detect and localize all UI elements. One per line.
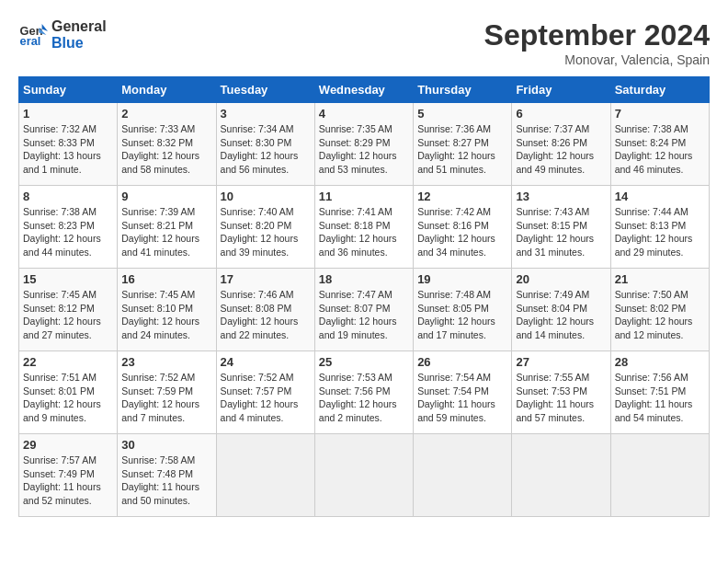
day-number: 11: [319, 190, 409, 203]
logo-icon: Gen eral: [18, 20, 48, 50]
location-subtitle: Monovar, Valencia, Spain: [484, 52, 710, 67]
day-number: 6: [516, 107, 606, 121]
day-info: Sunrise: 7:43 AM Sunset: 8:15 PM Dayligh…: [516, 205, 606, 259]
calendar-day-cell: 22Sunrise: 7:51 AM Sunset: 8:01 PM Dayli…: [19, 351, 118, 434]
day-info: Sunrise: 7:34 AM Sunset: 8:30 PM Dayligh…: [221, 122, 311, 177]
weekday-header: Wednesday: [314, 77, 413, 103]
day-number: 19: [417, 272, 507, 286]
calendar-day-cell: 1Sunrise: 7:32 AM Sunset: 8:33 PM Daylig…: [19, 103, 118, 186]
day-number: 25: [319, 355, 409, 369]
day-info: Sunrise: 7:45 AM Sunset: 8:10 PM Dayligh…: [121, 288, 211, 342]
svg-text:eral: eral: [20, 34, 41, 48]
day-number: 26: [417, 355, 507, 369]
day-info: Sunrise: 7:42 AM Sunset: 8:16 PM Dayligh…: [417, 205, 507, 259]
day-number: 9: [121, 190, 211, 203]
day-info: Sunrise: 7:35 AM Sunset: 8:29 PM Dayligh…: [319, 122, 409, 177]
logo-text-line1: General: [51, 18, 107, 35]
day-info: Sunrise: 7:53 AM Sunset: 7:56 PM Dayligh…: [319, 371, 409, 425]
day-number: 3: [221, 107, 311, 121]
day-number: 18: [319, 272, 409, 286]
weekday-header: Sunday: [19, 77, 118, 103]
day-info: Sunrise: 7:49 AM Sunset: 8:04 PM Dayligh…: [516, 288, 606, 342]
calendar-day-cell: 5Sunrise: 7:36 AM Sunset: 8:27 PM Daylig…: [414, 103, 512, 186]
calendar-day-cell: 16Sunrise: 7:45 AM Sunset: 8:10 PM Dayli…: [118, 269, 216, 351]
title-section: September 2024 Monovar, Valencia, Spain: [484, 18, 710, 67]
day-number: 10: [221, 190, 311, 203]
calendar-day-cell: 8Sunrise: 7:38 AM Sunset: 8:23 PM Daylig…: [19, 186, 118, 269]
calendar-day-cell: 20Sunrise: 7:49 AM Sunset: 8:04 PM Dayli…: [512, 269, 610, 351]
calendar-day-cell: 25Sunrise: 7:53 AM Sunset: 7:56 PM Dayli…: [314, 351, 413, 434]
weekday-row: SundayMondayTuesdayWednesdayThursdayFrid…: [19, 77, 710, 103]
day-number: 30: [121, 438, 211, 452]
calendar-week-row: 22Sunrise: 7:51 AM Sunset: 8:01 PM Dayli…: [19, 351, 710, 434]
calendar-day-cell: 17Sunrise: 7:46 AM Sunset: 8:08 PM Dayli…: [216, 269, 314, 351]
day-info: Sunrise: 7:39 AM Sunset: 8:21 PM Dayligh…: [121, 205, 211, 259]
day-number: 7: [615, 107, 705, 121]
day-number: 24: [221, 355, 311, 369]
day-info: Sunrise: 7:47 AM Sunset: 8:07 PM Dayligh…: [319, 288, 409, 342]
calendar-day-cell: 26Sunrise: 7:54 AM Sunset: 7:54 PM Dayli…: [414, 351, 512, 434]
calendar-body: 1Sunrise: 7:32 AM Sunset: 8:33 PM Daylig…: [19, 103, 710, 517]
svg-marker-2: [42, 24, 48, 31]
day-number: 13: [516, 190, 606, 203]
day-info: Sunrise: 7:40 AM Sunset: 8:20 PM Dayligh…: [221, 205, 311, 259]
day-info: Sunrise: 7:38 AM Sunset: 8:23 PM Dayligh…: [23, 205, 113, 259]
day-number: 1: [23, 107, 113, 121]
weekday-header: Monday: [118, 77, 216, 103]
weekday-header: Saturday: [610, 77, 709, 103]
logo-text-line2: Blue: [51, 35, 107, 52]
day-number: 5: [417, 107, 507, 121]
calendar-day-cell: 12Sunrise: 7:42 AM Sunset: 8:16 PM Dayli…: [414, 186, 512, 269]
day-info: Sunrise: 7:55 AM Sunset: 7:53 PM Dayligh…: [516, 371, 606, 425]
calendar-day-cell: 29Sunrise: 7:57 AM Sunset: 7:49 PM Dayli…: [19, 434, 118, 517]
day-number: 14: [615, 190, 705, 203]
weekday-header: Tuesday: [216, 77, 314, 103]
calendar-week-row: 29Sunrise: 7:57 AM Sunset: 7:49 PM Dayli…: [19, 434, 710, 517]
day-number: 22: [23, 355, 113, 369]
calendar-day-cell: [414, 434, 512, 517]
calendar-day-cell: 27Sunrise: 7:55 AM Sunset: 7:53 PM Dayli…: [512, 351, 610, 434]
calendar-day-cell: 18Sunrise: 7:47 AM Sunset: 8:07 PM Dayli…: [314, 269, 413, 351]
day-number: 12: [417, 190, 507, 203]
calendar-day-cell: 19Sunrise: 7:48 AM Sunset: 8:05 PM Dayli…: [414, 269, 512, 351]
calendar-day-cell: 11Sunrise: 7:41 AM Sunset: 8:18 PM Dayli…: [314, 186, 413, 269]
weekday-header: Friday: [512, 77, 610, 103]
day-info: Sunrise: 7:52 AM Sunset: 7:59 PM Dayligh…: [121, 371, 211, 425]
calendar-week-row: 1Sunrise: 7:32 AM Sunset: 8:33 PM Daylig…: [19, 103, 710, 186]
day-info: Sunrise: 7:36 AM Sunset: 8:27 PM Dayligh…: [417, 122, 507, 177]
day-number: 17: [221, 272, 311, 286]
day-number: 28: [615, 355, 705, 369]
day-info: Sunrise: 7:32 AM Sunset: 8:33 PM Dayligh…: [23, 122, 113, 177]
calendar-day-cell: 28Sunrise: 7:56 AM Sunset: 7:51 PM Dayli…: [610, 351, 709, 434]
day-info: Sunrise: 7:48 AM Sunset: 8:05 PM Dayligh…: [417, 288, 507, 342]
day-info: Sunrise: 7:52 AM Sunset: 7:57 PM Dayligh…: [221, 371, 311, 425]
calendar-day-cell: 14Sunrise: 7:44 AM Sunset: 8:13 PM Dayli…: [610, 186, 709, 269]
day-info: Sunrise: 7:54 AM Sunset: 7:54 PM Dayligh…: [417, 371, 507, 425]
calendar-day-cell: [314, 434, 413, 517]
day-info: Sunrise: 7:50 AM Sunset: 8:02 PM Dayligh…: [615, 288, 705, 342]
calendar-day-cell: [512, 434, 610, 517]
calendar-day-cell: 30Sunrise: 7:58 AM Sunset: 7:48 PM Dayli…: [118, 434, 216, 517]
calendar-week-row: 15Sunrise: 7:45 AM Sunset: 8:12 PM Dayli…: [19, 269, 710, 351]
day-info: Sunrise: 7:41 AM Sunset: 8:18 PM Dayligh…: [319, 205, 409, 259]
logo: Gen eral General Blue: [18, 18, 107, 52]
calendar-day-cell: 9Sunrise: 7:39 AM Sunset: 8:21 PM Daylig…: [118, 186, 216, 269]
calendar-day-cell: 21Sunrise: 7:50 AM Sunset: 8:02 PM Dayli…: [610, 269, 709, 351]
weekday-header: Thursday: [414, 77, 512, 103]
calendar-day-cell: 7Sunrise: 7:38 AM Sunset: 8:24 PM Daylig…: [610, 103, 709, 186]
calendar-day-cell: 3Sunrise: 7:34 AM Sunset: 8:30 PM Daylig…: [216, 103, 314, 186]
page-header: Gen eral General Blue September 2024 Mon…: [18, 18, 710, 67]
day-number: 15: [23, 272, 113, 286]
calendar-day-cell: 4Sunrise: 7:35 AM Sunset: 8:29 PM Daylig…: [314, 103, 413, 186]
day-info: Sunrise: 7:38 AM Sunset: 8:24 PM Dayligh…: [615, 122, 705, 177]
day-info: Sunrise: 7:51 AM Sunset: 8:01 PM Dayligh…: [23, 371, 113, 425]
calendar-day-cell: 13Sunrise: 7:43 AM Sunset: 8:15 PM Dayli…: [512, 186, 610, 269]
day-number: 2: [121, 107, 211, 121]
day-number: 8: [23, 190, 113, 203]
calendar-day-cell: 15Sunrise: 7:45 AM Sunset: 8:12 PM Dayli…: [19, 269, 118, 351]
day-info: Sunrise: 7:44 AM Sunset: 8:13 PM Dayligh…: [615, 205, 705, 259]
day-info: Sunrise: 7:46 AM Sunset: 8:08 PM Dayligh…: [221, 288, 311, 342]
calendar-day-cell: 6Sunrise: 7:37 AM Sunset: 8:26 PM Daylig…: [512, 103, 610, 186]
calendar-day-cell: [216, 434, 314, 517]
day-number: 29: [23, 438, 113, 452]
